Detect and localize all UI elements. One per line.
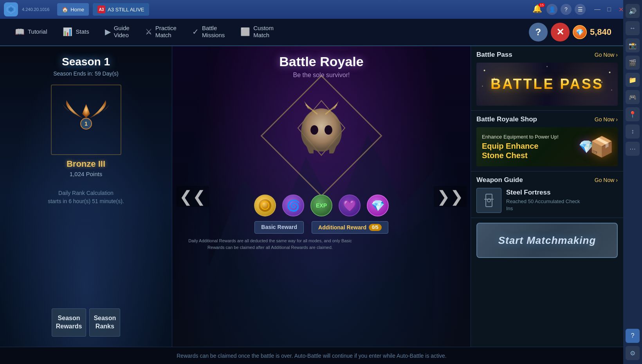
window-controls: — □ ✕ xyxy=(593,5,626,14)
daily-rank-text: Daily Rank Calculation starts in 6 hour(… xyxy=(48,189,124,205)
sidebar-volume-button[interactable]: 🔊 xyxy=(626,4,640,18)
svg-rect-20 xyxy=(486,194,492,207)
gem-icon: 💎 xyxy=(573,25,587,39)
shop-chest-img: 📦 xyxy=(590,135,614,158)
matchmaking-label: Start Matchmaking xyxy=(498,234,596,247)
reward-purple-icon: 🌀 xyxy=(282,195,304,216)
account-button[interactable]: 👤 xyxy=(546,4,557,15)
reward-gold-icon xyxy=(254,195,276,216)
battle-pass-go-now[interactable]: Go Now › xyxy=(595,52,618,58)
tab-tutorial[interactable]: 📖 Tutorial xyxy=(8,22,54,43)
shop-header: Battle Royale Shop Go Now › xyxy=(476,115,618,123)
weapon-guide-header: Weapon Guide Go Now › xyxy=(476,176,618,184)
season-ends: Season Ends in: 59 Day(s) xyxy=(53,70,119,77)
basic-reward-label: Basic Reward xyxy=(254,221,304,234)
rank-emblem: 1 xyxy=(51,85,121,155)
stats-icon: 📊 xyxy=(63,27,72,36)
maximize-button[interactable]: □ xyxy=(604,5,614,14)
tab-practice-match[interactable]: ⚔ Practice Match xyxy=(138,22,184,43)
bottom-bar: Rewards can be claimed once the battle i… xyxy=(0,347,623,364)
practice-icon: ⚔ xyxy=(145,27,152,36)
season-ranks-button[interactable]: Season Ranks xyxy=(89,308,120,337)
battle-pass-banner[interactable]: BATTLE PASS xyxy=(476,63,618,106)
minimize-button[interactable]: — xyxy=(593,5,602,14)
reward-description: Daily Additional Rewards are all deducte… xyxy=(180,238,360,250)
right-panel: Battle Pass Go Now › xyxy=(471,46,623,347)
close-circle-button[interactable]: ✕ xyxy=(551,23,570,41)
next-arrow[interactable]: ❯❯ xyxy=(434,186,467,207)
shop-banner[interactable]: Enhance Equipment to Power Up! Equip Enh… xyxy=(476,127,618,166)
tab-battle-missions[interactable]: ✓ Battle Missions xyxy=(185,22,232,43)
weapon-info: Steel Fortress Reached 50 Accumulated Ch… xyxy=(506,189,580,212)
reward-progress: 0/5 xyxy=(369,224,382,231)
battle-pass-title: Battle Pass xyxy=(476,51,512,59)
home-icon: 🏠 xyxy=(62,7,68,13)
currency-display: ? ✕ 💎 5,840 xyxy=(529,23,611,41)
weapon-desc: Reached 50 Accumulated Check Ins xyxy=(506,198,580,212)
shop-section: Battle Royale Shop Go Now › Enhance Equi… xyxy=(471,111,623,171)
center-panel: Battle Royale Be the sole survivor! xyxy=(172,46,471,347)
sidebar-resize-button[interactable]: ↕ xyxy=(626,124,640,139)
weapon-guide-section: Weapon Guide Go Now › xyxy=(471,171,623,218)
tab-guide-video[interactable]: ▶ Guide Video xyxy=(98,22,137,43)
start-matchmaking-button[interactable]: Start Matchmaking xyxy=(476,223,618,258)
notification-count: 15 xyxy=(539,3,545,7)
rank-name: Bronze III xyxy=(67,159,105,169)
sidebar-location-button[interactable]: 📍 xyxy=(626,107,640,121)
weapon-name: Steel Fortress xyxy=(506,189,580,196)
reward-gem-icon: 💎 xyxy=(367,195,389,216)
tab-stats[interactable]: 📊 Stats xyxy=(56,22,96,43)
season-title: Season 1 xyxy=(62,56,110,68)
help-circle-button[interactable]: ? xyxy=(529,23,548,41)
custom-icon: ⬜ xyxy=(240,27,250,36)
sidebar-rotate-button[interactable]: ↔ xyxy=(626,21,640,35)
titlebar: 4.240.20.1016 🏠 Home A3 A3 STILL ALIVE 🔔… xyxy=(0,0,642,19)
battle-title: Battle Royale xyxy=(279,54,363,69)
weapon-icon xyxy=(476,188,501,213)
additional-reward-label: Additional Reward 0/5 xyxy=(312,221,388,234)
sidebar-screenshot-button[interactable]: 📸 xyxy=(626,38,640,52)
panels: Season 1 Season Ends in: 59 Day(s) xyxy=(0,46,623,347)
sidebar-settings-button[interactable]: ⚙ xyxy=(626,346,640,360)
bottom-text: Rewards can be claimed once the battle i… xyxy=(177,353,446,359)
game-icon: A3 xyxy=(97,5,105,13)
tab-home[interactable]: 🏠 Home xyxy=(57,3,89,16)
sidebar-record-button[interactable]: 🎬 xyxy=(626,56,640,70)
play-icon: ▶ xyxy=(105,27,111,36)
tutorial-icon: 📖 xyxy=(15,27,25,36)
battle-pass-header: Battle Pass Go Now › xyxy=(476,51,618,59)
sidebar-gamepad-button[interactable]: 🎮 xyxy=(626,90,640,104)
rank-buttons: Season Rewards Season Ranks xyxy=(52,308,121,337)
menu-button[interactable]: ☰ xyxy=(575,4,586,15)
center-content: Battle Royale Be the sole survivor! xyxy=(172,46,471,347)
reward-purple2-icon: 💜 xyxy=(339,195,361,216)
rank-points: 1,024 Points xyxy=(70,171,102,177)
weapon-guide-go-now[interactable]: Go Now › xyxy=(595,177,618,183)
battle-emblem xyxy=(271,85,372,187)
reward-labels: Basic Reward Additional Reward 0/5 xyxy=(180,221,463,234)
prev-arrow[interactable]: ❮❮ xyxy=(176,186,209,207)
notification-button[interactable]: 🔔 15 xyxy=(532,4,543,15)
main-content: Season 1 Season Ends in: 59 Day(s) xyxy=(0,46,623,364)
missions-icon: ✓ xyxy=(192,27,199,36)
sidebar-help-button[interactable]: ? xyxy=(626,329,640,343)
sidebar-more-button[interactable]: ⋯ xyxy=(626,142,640,156)
reward-icons: 🌀 EXP 💜 💎 xyxy=(180,195,463,216)
tab-custom-match[interactable]: ⬜ Custom Match xyxy=(233,22,281,43)
svg-point-11 xyxy=(259,199,271,212)
season-rewards-button[interactable]: Season Rewards xyxy=(52,308,87,337)
battle-pass-banner-text: BATTLE PASS xyxy=(491,76,604,92)
shop-go-now[interactable]: Go Now › xyxy=(595,116,618,123)
help-button[interactable]: ? xyxy=(561,4,572,15)
diamond-frame xyxy=(260,75,382,196)
sidebar-folder-button[interactable]: 📁 xyxy=(626,73,640,87)
right-sidebar: 🔊 ↔ 📸 🎬 📁 🎮 📍 ↕ ⋯ ? ⚙ xyxy=(623,0,642,364)
shop-title: Battle Royale Shop xyxy=(476,115,537,123)
tab-game[interactable]: A3 A3 STILL ALIVE xyxy=(93,3,149,16)
rewards-section: 🌀 EXP 💜 💎 Basic Reward Additional Reward… xyxy=(180,191,463,254)
battle-pass-section: Battle Pass Go Now › xyxy=(471,46,623,111)
top-nav: 📖 Tutorial 📊 Stats ▶ Guide Video ⚔ Pract… xyxy=(0,19,623,46)
weapon-guide-content: Steel Fortress Reached 50 Accumulated Ch… xyxy=(476,188,618,213)
reward-exp-icon: EXP xyxy=(310,195,332,216)
game-area: 📖 Tutorial 📊 Stats ▶ Guide Video ⚔ Pract… xyxy=(0,19,623,364)
